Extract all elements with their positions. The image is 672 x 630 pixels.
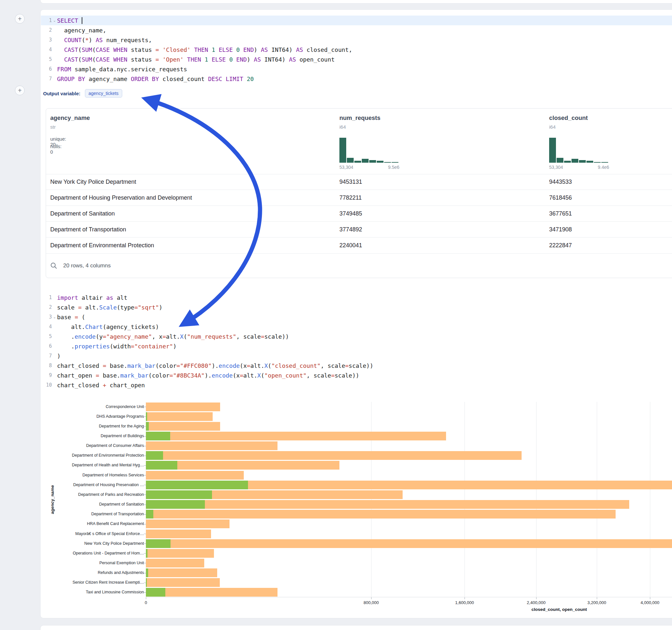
line-number-gutter: 10 (41, 382, 57, 388)
code-token (191, 46, 194, 53)
line-number: 4 (49, 324, 52, 330)
code-token (222, 75, 225, 82)
grid-line (146, 402, 146, 597)
hist-bar (339, 138, 346, 163)
line-number: 2 (49, 27, 52, 33)
code-line[interactable]: 4 alt.Chart(agency_tickets) (41, 322, 672, 332)
bar-open (146, 461, 177, 469)
code-text: scale = alt.Scale(type="sqrt") (57, 304, 162, 311)
table-cell: Department of Transportation (50, 222, 126, 238)
code-token: altair (78, 294, 106, 301)
code-token (57, 46, 64, 53)
code-token: ) (57, 353, 61, 359)
code-line[interactable]: 2 agency_name, (41, 25, 672, 35)
code-token: ( (92, 56, 96, 63)
code-token: X (180, 333, 184, 340)
code-line[interactable]: 2scale = alt.Scale(type="sqrt") (41, 302, 672, 312)
code-line[interactable]: 3 COUNT(*) AS num_requests, (41, 35, 672, 45)
line-number: 3 (49, 37, 52, 43)
hist-bar (557, 158, 563, 163)
code-line[interactable]: 5 .encode(y="agency_name", x=alt.X("num_… (41, 332, 672, 341)
hist-bar (369, 160, 376, 163)
bar-open (146, 422, 149, 431)
bar-closed (146, 510, 616, 518)
line-number: 7 (49, 76, 52, 82)
table-cell: 9443533 (549, 174, 572, 190)
code-token (159, 56, 162, 63)
code-token: * (85, 37, 89, 43)
y-tick-label: Department of Consumer Affairs (86, 443, 144, 448)
hist-bar (391, 162, 399, 163)
table-row[interactable]: Department of Transportation377489234719… (46, 222, 672, 238)
table-cell: Department of Sanitation (50, 206, 115, 222)
hist-bar (572, 159, 578, 163)
code-token: ELSE (219, 46, 233, 53)
code-text: .properties(width="container") (57, 343, 177, 350)
hist-bar (549, 138, 556, 163)
code-token: 'Closed' (162, 46, 191, 53)
code-line[interactable]: 9chart_open = base.mark_bar(color="#8BC3… (41, 370, 672, 380)
table-body: New York City Police Department945313194… (46, 174, 672, 253)
code-line[interactable]: 7GROUP BY agency_name ORDER BY closed_co… (41, 74, 672, 83)
table-cell: 7618456 (549, 190, 572, 206)
y-tick-label: Department of Health and Mental Hyg… (72, 463, 144, 468)
column-header: closed_count (549, 114, 588, 122)
y-tick-label: New York City Police Department (84, 541, 144, 546)
code-line[interactable]: 7) (41, 351, 672, 361)
code-token: , x (152, 333, 163, 340)
code-token: Scale (99, 304, 117, 311)
code-line[interactable]: 6 .properties(width="container") (41, 341, 672, 351)
code-line[interactable]: 8chart_closed = base.mark_bar(color="#FF… (41, 361, 672, 370)
code-text: agency_name, (57, 27, 106, 34)
notebook-page: + + 1⌄SELECT 2 agency_name,3 COUNT(*) AS… (0, 0, 672, 630)
code-token: = (75, 314, 78, 320)
code-token: = (170, 372, 173, 379)
line-number-gutter: 2 (41, 27, 57, 33)
fold-chevron-icon[interactable]: ⌄ (52, 19, 57, 23)
code-line[interactable]: 4 CAST(SUM(CASE WHEN status = 'Closed' T… (41, 45, 672, 54)
line-number: 5 (49, 334, 52, 339)
histogram-range-labels: 53,304 9.4e6 (549, 165, 609, 170)
table-row[interactable]: Department of Sanitation37494853677651 (46, 206, 672, 222)
add-cell-button-2[interactable]: + (15, 86, 25, 95)
output-variable-chip[interactable]: agency_tickets (85, 89, 122, 98)
code-line[interactable]: 10chart_closed + chart_open (41, 380, 672, 390)
code-token: 1 (205, 56, 208, 63)
code-token: import (57, 294, 78, 301)
code-line[interactable]: 3⌄base = ( (41, 312, 672, 322)
code-token: alt. (243, 372, 257, 379)
bar-closed (146, 403, 220, 411)
bar-open (146, 412, 147, 421)
fold-chevron-icon[interactable]: ⌄ (52, 315, 57, 319)
code-token: num_requests, (103, 37, 152, 43)
table-row[interactable]: New York City Police Department945313194… (46, 174, 672, 190)
sql-editor[interactable]: 1⌄SELECT 2 agency_name,3 COUNT(*) AS num… (41, 16, 672, 83)
table-row[interactable]: Department of Environmental Protection22… (46, 238, 672, 253)
x-axis-ticks (146, 597, 672, 599)
code-token: scale)) (335, 372, 359, 379)
code-token: AS (96, 37, 103, 43)
code-line[interactable]: 5 CAST(SUM(CASE WHEN status = 'Open' THE… (41, 54, 672, 64)
code-line[interactable]: 1⌄SELECT (41, 16, 672, 25)
table-row[interactable]: Department of Housing Preservation and D… (46, 190, 672, 206)
bar-open (146, 568, 148, 577)
add-cell-button[interactable]: + (15, 14, 25, 24)
column-dtype: i64 (549, 124, 556, 130)
search-icon[interactable] (50, 262, 57, 269)
code-token (159, 46, 162, 53)
python-editor[interactable]: 1import altair as alt2scale = alt.Scale(… (41, 293, 672, 390)
code-token: mark_bar (120, 372, 148, 379)
code-line[interactable]: 6FROM sample_data.nyc.service_requests (41, 64, 672, 74)
code-token: 20 (247, 75, 254, 82)
code-token: END (243, 46, 254, 53)
code-line[interactable]: 1import altair as alt (41, 293, 672, 302)
code-token: ) (173, 343, 177, 350)
x-tick (371, 597, 371, 599)
code-token: SUM (82, 46, 92, 53)
code-token: SUM (82, 56, 92, 63)
output-variable-label: Output variable: (43, 91, 80, 96)
column-dtype: str (50, 124, 56, 130)
x-tick (650, 597, 650, 599)
bar-closed (146, 568, 217, 577)
code-token: ) (254, 46, 261, 53)
